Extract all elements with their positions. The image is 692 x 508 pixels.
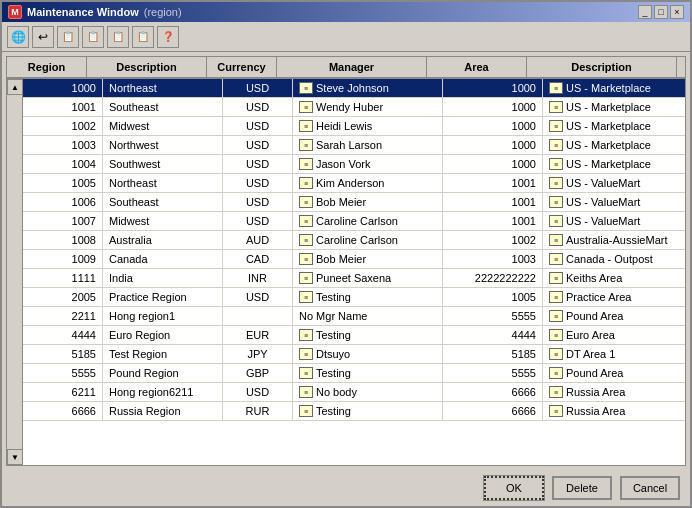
cell-area-desc: ≡ US - ValueMart — [543, 212, 685, 230]
manager-name: Caroline Carlson — [316, 215, 398, 227]
cell-description: Northeast — [103, 174, 223, 192]
manager-name: Sarah Larson — [316, 139, 382, 151]
table-row[interactable]: 1007 Midwest USD ≡ Caroline Carlson 1001… — [23, 212, 685, 231]
cell-currency: USD — [223, 288, 293, 306]
field-icon: ≡ — [549, 215, 563, 227]
manager-name: Jason Vork — [316, 158, 370, 170]
cell-area: 6666 — [443, 383, 543, 401]
header-description: Description — [87, 57, 207, 77]
cell-description: Test Region — [103, 345, 223, 363]
cell-currency — [223, 307, 293, 325]
cell-manager: ≡ Jason Vork — [293, 155, 443, 173]
area-desc-name: US - ValueMart — [566, 196, 640, 208]
field-icon: ≡ — [549, 253, 563, 265]
cell-manager: ≡ Heidi Lewis — [293, 117, 443, 135]
field-icon: ≡ — [549, 158, 563, 170]
help-button[interactable]: ❓ — [157, 26, 179, 48]
close-button[interactable]: × — [670, 5, 684, 19]
table-row[interactable]: 6666 Russia Region RUR ≡ Testing 6666 ≡ … — [23, 402, 685, 421]
cell-description: Hong region6211 — [103, 383, 223, 401]
cell-description: Pound Region — [103, 364, 223, 382]
cell-area: 6666 — [443, 402, 543, 420]
table-row[interactable]: 1003 Northwest USD ≡ Sarah Larson 1000 ≡… — [23, 136, 685, 155]
field-icon: ≡ — [299, 215, 313, 227]
table-row[interactable]: 1004 Southwest USD ≡ Jason Vork 1000 ≡ U… — [23, 155, 685, 174]
cell-region: 1005 — [23, 174, 103, 192]
field-icon: ≡ — [549, 329, 563, 341]
header-currency: Currency — [207, 57, 277, 77]
delete-button[interactable]: Delete — [552, 476, 612, 500]
copy-button-1[interactable]: 📋 — [57, 26, 79, 48]
field-icon: ≡ — [299, 82, 313, 94]
globe-button[interactable]: 🌐 — [7, 26, 29, 48]
field-icon: ≡ — [299, 196, 313, 208]
cell-area-desc: ≡ US - ValueMart — [543, 174, 685, 192]
area-desc-name: Euro Area — [566, 329, 615, 341]
cell-area-desc: ≡ US - Marketplace — [543, 155, 685, 173]
table-row[interactable]: 2211 Hong region1 No Mgr Name 5555 ≡ Pou… — [23, 307, 685, 326]
cell-area: 1002 — [443, 231, 543, 249]
cell-area: 1001 — [443, 193, 543, 211]
table-row[interactable]: 1009 Canada CAD ≡ Bob Meier 1003 ≡ Canad… — [23, 250, 685, 269]
area-desc-name: US - ValueMart — [566, 177, 640, 189]
copy-button-3[interactable]: 📋 — [107, 26, 129, 48]
table-row[interactable]: 1002 Midwest USD ≡ Heidi Lewis 1000 ≡ US… — [23, 117, 685, 136]
manager-name: No Mgr Name — [299, 310, 367, 322]
table-row[interactable]: 5185 Test Region JPY ≡ Dtsuyo 5185 ≡ DT … — [23, 345, 685, 364]
table-row[interactable]: 4444 Euro Region EUR ≡ Testing 4444 ≡ Eu… — [23, 326, 685, 345]
cell-area-desc: ≡ Practice Area — [543, 288, 685, 306]
manager-name: Dtsuyo — [316, 348, 350, 360]
table-row[interactable]: 5555 Pound Region GBP ≡ Testing 5555 ≡ P… — [23, 364, 685, 383]
cell-area: 5185 — [443, 345, 543, 363]
cell-area: 1000 — [443, 79, 543, 97]
manager-name: Testing — [316, 329, 351, 341]
window-title: Maintenance Window — [27, 6, 139, 18]
field-icon: ≡ — [549, 310, 563, 322]
cell-description: Australia — [103, 231, 223, 249]
manager-name: Testing — [316, 405, 351, 417]
main-window: M Maintenance Window (region) _ □ × 🌐 ↩ … — [0, 0, 692, 508]
cell-manager: ≡ Testing — [293, 326, 443, 344]
scroll-down-button[interactable]: ▼ — [7, 449, 23, 465]
ok-button[interactable]: OK — [484, 476, 544, 500]
field-icon: ≡ — [549, 405, 563, 417]
title-bar-left: M Maintenance Window (region) — [8, 5, 182, 19]
cancel-button[interactable]: Cancel — [620, 476, 680, 500]
footer: OK Delete Cancel — [2, 470, 690, 506]
cell-manager: ≡ Wendy Huber — [293, 98, 443, 116]
cell-description: Northeast — [103, 79, 223, 97]
area-desc-name: US - Marketplace — [566, 82, 651, 94]
table-row[interactable]: 1008 Australia AUD ≡ Caroline Carlson 10… — [23, 231, 685, 250]
back-button[interactable]: ↩ — [32, 26, 54, 48]
manager-name: Kim Anderson — [316, 177, 384, 189]
scroll-up-button[interactable]: ▲ — [7, 79, 23, 95]
cell-area-desc: ≡ US - Marketplace — [543, 117, 685, 135]
area-desc-name: US - Marketplace — [566, 120, 651, 132]
manager-name: Testing — [316, 367, 351, 379]
table-row[interactable]: 1000 Northeast USD ≡ Steve Johnson 1000 … — [23, 79, 685, 98]
area-desc-name: Russia Area — [566, 386, 625, 398]
copy-button-2[interactable]: 📋 — [82, 26, 104, 48]
minimize-button[interactable]: _ — [638, 5, 652, 19]
cell-area: 1003 — [443, 250, 543, 268]
copy-button-4[interactable]: 📋 — [132, 26, 154, 48]
table-row[interactable]: 1006 Southeast USD ≡ Bob Meier 1001 ≡ US… — [23, 193, 685, 212]
cell-area: 5555 — [443, 364, 543, 382]
cell-area: 1001 — [443, 174, 543, 192]
table-row[interactable]: 1005 Northeast USD ≡ Kim Anderson 1001 ≡… — [23, 174, 685, 193]
maximize-button[interactable]: □ — [654, 5, 668, 19]
cell-area-desc: ≡ Canada - Outpost — [543, 250, 685, 268]
table-row[interactable]: 1111 India INR ≡ Puneet Saxena 222222222… — [23, 269, 685, 288]
table-row[interactable]: 6211 Hong region6211 USD ≡ No body 6666 … — [23, 383, 685, 402]
cell-currency: GBP — [223, 364, 293, 382]
cell-manager: ≡ Sarah Larson — [293, 136, 443, 154]
manager-name: Heidi Lewis — [316, 120, 372, 132]
table-row[interactable]: 1001 Southeast USD ≡ Wendy Huber 1000 ≡ … — [23, 98, 685, 117]
scroll-track — [7, 95, 22, 449]
cell-manager: ≡ Puneet Saxena — [293, 269, 443, 287]
cell-currency: EUR — [223, 326, 293, 344]
field-icon: ≡ — [299, 101, 313, 113]
area-desc-name: US - Marketplace — [566, 101, 651, 113]
table-row[interactable]: 2005 Practice Region USD ≡ Testing 1005 … — [23, 288, 685, 307]
area-desc-name: Practice Area — [566, 291, 631, 303]
